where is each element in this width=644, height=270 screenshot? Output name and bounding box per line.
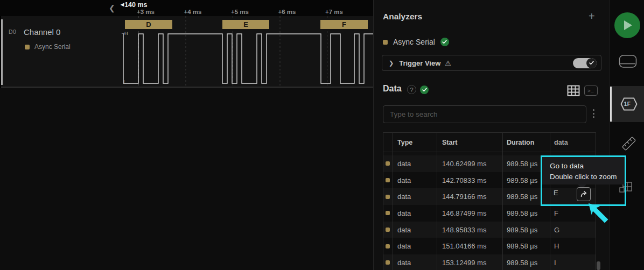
chevron-right-icon[interactable]: ❯ (389, 60, 394, 67)
terminal-view-icon[interactable]: >_ (584, 86, 598, 96)
cell-duration: 989.58 µs (502, 226, 550, 234)
cell-start: 142.70833 ms (437, 176, 502, 184)
cell-type: data (393, 242, 437, 250)
table-column-divider (437, 132, 437, 270)
cell-start: 148.95833 ms (437, 226, 502, 234)
table-column-divider (393, 132, 393, 270)
trigger-view-label: Trigger View (399, 59, 440, 67)
header-start[interactable]: Start (437, 139, 502, 146)
row-frame-swatch (383, 228, 393, 232)
level-low-marker: L (123, 79, 126, 84)
go-to-data-tooltip: Go to data Double click to zoom E (541, 155, 626, 206)
header-data[interactable]: data (550, 139, 596, 146)
analyzer-name: Async Serial (393, 38, 435, 46)
row-frame-swatch (383, 260, 393, 265)
row-frame-swatch (383, 178, 393, 182)
table-scrollbar-thumb[interactable] (597, 261, 600, 270)
cell-data: G (550, 226, 596, 234)
cell-duration: 989.58 µs (502, 259, 550, 267)
data-section-title: Data (383, 84, 402, 94)
cell-type: data (393, 226, 437, 234)
table-column-divider (502, 132, 503, 270)
cell-start: 144.79166 ms (437, 193, 502, 201)
analyzer-item-async-serial[interactable]: Async Serial (383, 38, 449, 46)
analyzer-ok-icon (440, 38, 449, 46)
trigger-view-row[interactable]: ❯ Trigger View ⚠ (382, 55, 601, 71)
table-column-divider (383, 132, 383, 270)
row-frame-swatch (383, 195, 393, 199)
cell-start: 146.87499 ms (437, 209, 502, 217)
digital-signal-trace (123, 34, 373, 83)
analyzer-color-swatch (383, 40, 388, 45)
help-icon[interactable]: ? (407, 85, 416, 94)
row-frame-swatch (383, 244, 393, 248)
table-row[interactable]: data146.87499 ms989.58 µsF (383, 205, 596, 222)
device-icon[interactable] (619, 54, 637, 69)
cell-type: data (393, 193, 437, 201)
row-frame-swatch (383, 161, 393, 166)
header-duration[interactable]: Duration (502, 139, 550, 146)
cell-duration: 989.58 µs (502, 209, 550, 217)
more-options-icon[interactable] (592, 109, 594, 118)
tab-1f-label: 1F (610, 86, 644, 122)
toggle-knob-check-icon (586, 58, 597, 68)
tab-capture-1f[interactable]: 1F (610, 86, 644, 122)
logic-analyzer-app: ❮ ◀140 ms +3 ms+4 ms+5 ms+6 ms+7 ms ‒H L… (0, 0, 644, 270)
channel-name-label[interactable]: Channel 0 (24, 27, 60, 37)
waveform-panel: ❮ ◀140 ms +3 ms+4 ms+5 ms+6 ms+7 ms ‒H L… (0, 0, 373, 270)
tooltip-text: Go to data Double click to zoom (542, 157, 625, 184)
channel-analyzer-label: Async Serial (34, 43, 71, 51)
cell-start: 153.12499 ms (437, 259, 502, 267)
data-ok-icon (420, 86, 429, 94)
search-input[interactable] (390, 110, 579, 118)
row-frame-swatch (383, 211, 393, 215)
channel-analyzer-chip[interactable]: Async Serial (25, 43, 71, 51)
cell-start: 140.62499 ms (437, 160, 502, 168)
right-toolbar: 1F (610, 0, 644, 270)
header-type[interactable]: Type (393, 139, 437, 146)
cell-data: H (550, 242, 596, 250)
warning-icon: ⚠ (445, 59, 451, 67)
table-row[interactable]: data151.04166 ms989.58 µsH (383, 238, 596, 254)
cell-type: data (393, 209, 437, 217)
decode-bubble[interactable]: D (125, 20, 172, 29)
analyzer-color-swatch (25, 45, 30, 49)
trigger-view-toggle[interactable] (573, 58, 597, 68)
table-view-icon[interactable] (567, 85, 580, 96)
decode-bubble[interactable]: F (320, 20, 368, 29)
cell-duration: 989.58 µs (502, 242, 550, 250)
cell-data: F (550, 209, 596, 217)
decode-bubble[interactable]: E (222, 20, 269, 29)
cell-type: data (393, 160, 437, 168)
cell-start: 151.04166 ms (437, 242, 502, 250)
search-box[interactable] (383, 105, 586, 123)
jump-arrow-icon (579, 190, 588, 198)
go-to-data-button[interactable] (577, 187, 591, 201)
table-row[interactable]: data153.12499 ms989.58 µsI (383, 254, 596, 270)
level-high-marker: ‒H (122, 31, 128, 36)
add-analyzer-button[interactable]: + (589, 10, 595, 23)
highlighted-cell-value: E (554, 189, 558, 197)
analyzers-title: Analyzers (383, 12, 422, 22)
channel-id-label: D0 (9, 29, 16, 35)
cell-data: I (550, 259, 596, 267)
cell-type: data (393, 259, 437, 267)
table-row[interactable]: data148.95833 ms989.58 µsG (383, 222, 596, 238)
play-button[interactable] (614, 12, 640, 38)
side-panel: Analyzers + Async Serial ❯ Trigger View … (373, 0, 610, 270)
table-header: Type Start Duration data (383, 132, 596, 152)
measure-ruler-icon[interactable] (620, 134, 638, 153)
cell-type: data (393, 176, 437, 184)
